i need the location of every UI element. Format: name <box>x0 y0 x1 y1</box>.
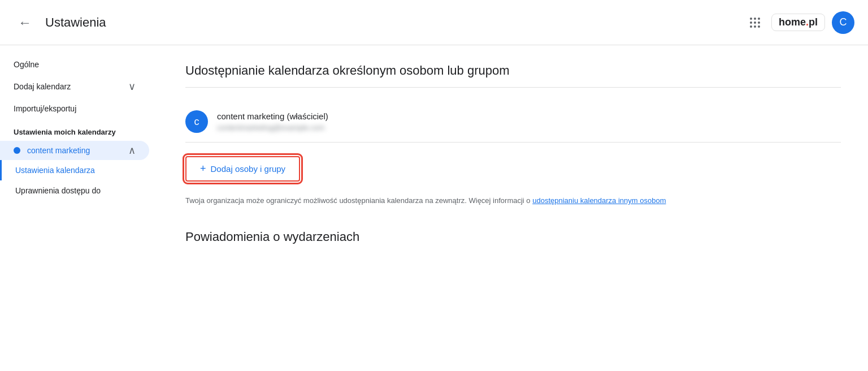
owner-name: content marketing (właściciel) <box>217 111 328 121</box>
sidebar-item-dodaj-label: Dodaj kalendarz <box>14 82 71 91</box>
owner-info: content marketing (właściciel) contentma… <box>217 111 328 132</box>
layout: Ogólne Dodaj kalendarz ∨ Importuj/ekspor… <box>0 45 868 371</box>
header: ← Ustawienia home.pl C <box>0 0 868 45</box>
user-avatar[interactable]: C <box>832 11 854 34</box>
sharing-info-link[interactable]: udostępnianiu kalendarza innym osobom <box>532 196 666 205</box>
sidebar-item-importuj[interactable]: Importuj/eksportuj <box>0 98 149 119</box>
brand-name: home <box>779 16 806 28</box>
sidebar-item-ogolne-label: Ogólne <box>14 60 39 69</box>
back-arrow-icon: ← <box>18 15 32 31</box>
sidebar-sub-item-uprawnienia-label: Uprawnienia dostępu do <box>15 186 101 195</box>
grid-dots-icon <box>750 18 760 28</box>
plus-icon: + <box>200 163 206 175</box>
sidebar-calendar-item[interactable]: content marketing ∧ <box>0 141 149 160</box>
sidebar-item-dodaj-kalendarz[interactable]: Dodaj kalendarz ∨ <box>0 75 149 98</box>
section-divider <box>185 87 841 88</box>
chevron-down-icon: ∨ <box>128 80 136 93</box>
sidebar-item-importuj-label: Importuj/eksportuj <box>14 104 76 113</box>
calendar-item-name: content marketing <box>27 146 121 155</box>
google-apps-button[interactable] <box>745 13 765 32</box>
sidebar-sub-item-uprawnienia[interactable]: Uprawnienia dostępu do <box>0 180 158 201</box>
header-left: ← Ustawienia <box>14 10 106 35</box>
calendar-color-dot <box>14 147 20 154</box>
sidebar-item-ogolne[interactable]: Ogólne <box>0 54 149 75</box>
info-text-content: Twoja organizacja może ograniczyć możliw… <box>185 196 532 205</box>
info-text: Twoja organizacja może ograniczyć możliw… <box>185 195 694 207</box>
sharing-section-title: Udostępnianie kalendarza określonym osob… <box>185 63 841 78</box>
sidebar: Ogólne Dodaj kalendarz ∨ Importuj/ekspor… <box>0 45 158 371</box>
main-content: Udostępnianie kalendarza określonym osob… <box>158 45 868 371</box>
chevron-up-icon: ∧ <box>128 144 136 157</box>
notifications-section-title: Powiadomienia o wydarzeniach <box>185 230 841 244</box>
owner-email: contentmarketing@example.com <box>217 123 328 132</box>
sidebar-section-title: Ustawienia moich kalendarzy <box>0 119 158 141</box>
back-button[interactable]: ← <box>14 10 36 35</box>
page-title: Ustawienia <box>45 15 106 30</box>
brand-tld: pl <box>809 16 818 28</box>
sidebar-sub-item-ustawienia[interactable]: Ustawienia kalendarza <box>0 160 158 180</box>
add-button-label: Dodaj osoby i grupy <box>211 164 286 174</box>
add-button-container: + Dodaj osoby i grupy <box>185 156 300 182</box>
add-people-groups-button[interactable]: + Dodaj osoby i grupy <box>185 156 300 182</box>
header-right: home.pl C <box>745 11 854 34</box>
owner-avatar: c <box>185 110 208 133</box>
sidebar-sub-item-ustawienia-label: Ustawienia kalendarza <box>15 166 95 175</box>
owner-row: c content marketing (właściciel) content… <box>185 101 841 143</box>
brand-logo: home.pl <box>771 14 825 31</box>
